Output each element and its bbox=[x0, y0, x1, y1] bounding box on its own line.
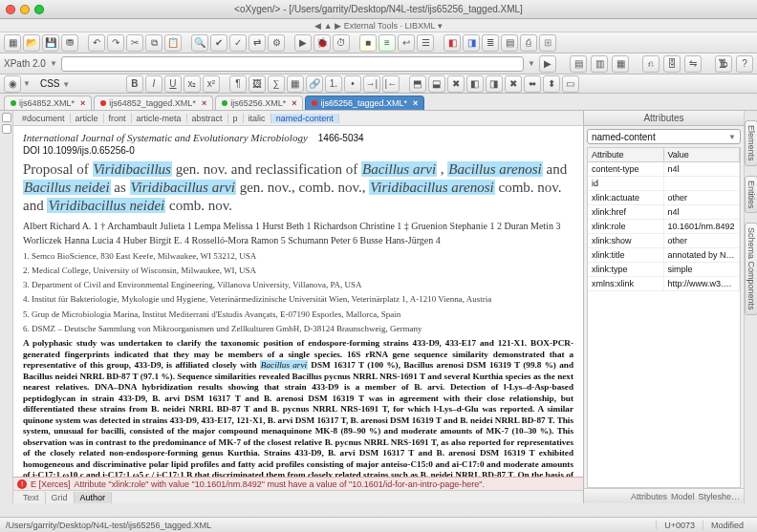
breadcrumb-seg[interactable]: article bbox=[71, 114, 104, 123]
save-file-icon[interactable]: 💾 bbox=[42, 34, 59, 52]
del-row-icon[interactable]: ✖ bbox=[447, 75, 465, 93]
attribute-row[interactable]: xlink:hrefn4l bbox=[588, 205, 740, 220]
insert-image-icon[interactable]: 🖼 bbox=[249, 75, 266, 93]
outdent-icon[interactable]: |← bbox=[382, 75, 400, 93]
open-file-icon[interactable]: 📂 bbox=[23, 34, 40, 52]
named-content[interactable]: Viridibacillus neidei bbox=[47, 198, 165, 213]
ol-icon[interactable]: 1. bbox=[325, 75, 342, 93]
frame-icon[interactable]: ▭ bbox=[562, 75, 579, 93]
menu-bar[interactable]: ◀ ▲ ▶ External Tools · LIBXML ▾ bbox=[0, 19, 757, 32]
panel-tab[interactable]: Styleshe… bbox=[698, 492, 740, 501]
side-tab-entities[interactable]: Entities bbox=[745, 176, 758, 214]
attribute-row[interactable]: xlink:titleannotated by Names … bbox=[588, 248, 740, 263]
attr-value[interactable]: other bbox=[664, 234, 741, 247]
profile-icon[interactable]: ⏱ bbox=[333, 34, 350, 52]
tool-e-icon[interactable]: ⎙ bbox=[520, 34, 537, 52]
attributes-table[interactable]: Attribute Value content-typen4lidxlink:a… bbox=[587, 147, 741, 488]
editor-tab[interactable]: ijs64852.XML* × bbox=[4, 96, 92, 110]
attr-value[interactable]: 10.1601/nm.8492 bbox=[664, 220, 741, 233]
validate-icon[interactable]: ✔ bbox=[210, 34, 227, 52]
editor-tab[interactable]: ijs65256.XML* × bbox=[215, 96, 303, 110]
archive-icon[interactable]: 🗜 bbox=[715, 55, 732, 73]
css-selector[interactable]: CSS ▼ bbox=[40, 78, 117, 89]
breadcrumb-seg[interactable]: italic bbox=[244, 114, 271, 123]
redo-icon[interactable]: ↷ bbox=[107, 34, 124, 52]
wellformed-icon[interactable]: ✓ bbox=[229, 34, 247, 52]
named-content[interactable]: Bacillus arvi bbox=[260, 360, 308, 370]
attr-value[interactable] bbox=[664, 177, 741, 190]
breadcrumb-seg[interactable]: #document bbox=[17, 114, 71, 123]
tool-b-icon[interactable]: ◨ bbox=[463, 34, 480, 52]
col-before-icon[interactable]: ◧ bbox=[466, 75, 484, 93]
breadcrumb-seg[interactable]: front bbox=[104, 114, 132, 123]
attribute-row[interactable]: xmlns:xlinkhttp://www.w3.org/19… bbox=[588, 277, 740, 291]
help-icon[interactable]: ? bbox=[736, 55, 753, 73]
sup-icon[interactable]: x² bbox=[203, 75, 220, 93]
named-content[interactable]: Bacillus arvi bbox=[361, 161, 437, 177]
breadcrumb-seg-current[interactable]: named-content bbox=[271, 114, 339, 123]
named-content[interactable]: Viridibacillus arvi bbox=[130, 180, 236, 195]
cut-icon[interactable]: ✂ bbox=[126, 34, 143, 52]
named-content[interactable]: Viridibacillus bbox=[93, 161, 172, 177]
db-icon[interactable]: 🗄 bbox=[663, 55, 681, 73]
tool-a-icon[interactable]: ◧ bbox=[443, 34, 461, 52]
underline-icon[interactable]: U bbox=[164, 75, 182, 93]
close-tab-icon[interactable]: × bbox=[80, 98, 85, 108]
breadcrumb-seg[interactable]: abstract bbox=[187, 114, 228, 123]
breadcrumb-seg[interactable]: article-meta bbox=[132, 114, 187, 123]
configure-icon[interactable]: ⚙ bbox=[268, 34, 285, 52]
row-before-icon[interactable]: ⬒ bbox=[409, 75, 426, 93]
close-tab-icon[interactable]: × bbox=[202, 98, 206, 108]
execute-xpath-icon[interactable]: ▶ bbox=[539, 55, 556, 73]
merge-icon[interactable]: ⬌ bbox=[524, 75, 541, 93]
italic-icon[interactable]: I bbox=[145, 75, 162, 93]
editor-tab[interactable]: ijs64852_tagged.XML* × bbox=[94, 96, 213, 110]
perspective-xslt-icon[interactable]: ▥ bbox=[591, 55, 608, 73]
tracked-dropdown-icon[interactable]: ▼ bbox=[23, 79, 31, 88]
copy-icon[interactable]: ⧉ bbox=[145, 34, 162, 52]
zoom-window-button[interactable] bbox=[34, 5, 44, 14]
error-bar[interactable]: ! E [Xerces] Attribute "xlink:role" with… bbox=[13, 477, 583, 490]
svn-icon[interactable]: ⎌ bbox=[642, 55, 660, 73]
xpath-history-icon[interactable]: ▼ bbox=[528, 59, 535, 68]
named-content[interactable]: Bacillus neidei bbox=[23, 180, 111, 195]
attr-value[interactable]: http://www.w3.org/19… bbox=[664, 277, 741, 290]
sub-icon[interactable]: x₂ bbox=[184, 75, 201, 93]
tool-c-icon[interactable]: ≣ bbox=[482, 34, 499, 52]
tracked-icon[interactable]: ◉ bbox=[4, 75, 21, 93]
menu-hint[interactable]: ◀ ▲ ▶ External Tools · LIBXML ▾ bbox=[314, 21, 442, 31]
pretty-print-icon[interactable]: ≡ bbox=[378, 34, 396, 52]
split-icon[interactable]: ⬍ bbox=[543, 75, 560, 93]
debug-icon[interactable]: 🐞 bbox=[314, 34, 331, 52]
row-after-icon[interactable]: ⬓ bbox=[428, 75, 445, 93]
run-icon[interactable]: ▶ bbox=[294, 34, 312, 52]
panel-tab[interactable]: Attributes bbox=[631, 492, 667, 501]
transform-icon[interactable]: ⇄ bbox=[249, 34, 266, 52]
side-tab-schema[interactable]: Schema Components bbox=[745, 223, 758, 315]
highlight-icon[interactable]: ■ bbox=[359, 34, 377, 52]
mode-tab-grid[interactable]: Grid bbox=[46, 492, 75, 503]
side-tab-elements[interactable]: Elements bbox=[745, 120, 758, 166]
insert-eq-icon[interactable]: ∑ bbox=[268, 75, 285, 93]
insert-link-icon[interactable]: 🔗 bbox=[306, 75, 323, 93]
col-after-icon[interactable]: ◨ bbox=[486, 75, 503, 93]
attribute-row[interactable]: content-typen4l bbox=[588, 162, 740, 177]
attribute-row[interactable]: xlink:actuateother bbox=[588, 191, 740, 205]
attr-value[interactable]: n4l bbox=[664, 162, 741, 176]
close-tab-icon[interactable]: × bbox=[292, 98, 296, 108]
breadcrumb[interactable]: #document article front article-meta abs… bbox=[13, 111, 583, 126]
attribute-row[interactable]: xlink:role10.1601/nm.8492 bbox=[588, 220, 740, 234]
document-area[interactable]: International Journal of Systematic and … bbox=[13, 126, 583, 477]
undo-icon[interactable]: ↶ bbox=[88, 34, 105, 52]
indent-icon[interactable]: →| bbox=[363, 75, 380, 93]
attribute-row[interactable]: xlink:showother bbox=[588, 234, 740, 248]
perspective-xml-icon[interactable]: ▤ bbox=[570, 55, 587, 73]
fold-icon[interactable] bbox=[2, 124, 11, 134]
mode-tab-author[interactable]: Author bbox=[75, 492, 113, 503]
editor-tab-active[interactable]: ijs65256_tagged.XML* × bbox=[305, 96, 424, 110]
ul-icon[interactable]: • bbox=[344, 75, 361, 93]
bold-icon[interactable]: B bbox=[126, 75, 143, 93]
attr-value[interactable]: n4l bbox=[664, 205, 741, 219]
attr-value[interactable]: annotated by Names … bbox=[664, 248, 741, 262]
new-file-icon[interactable]: ▦ bbox=[4, 34, 21, 52]
